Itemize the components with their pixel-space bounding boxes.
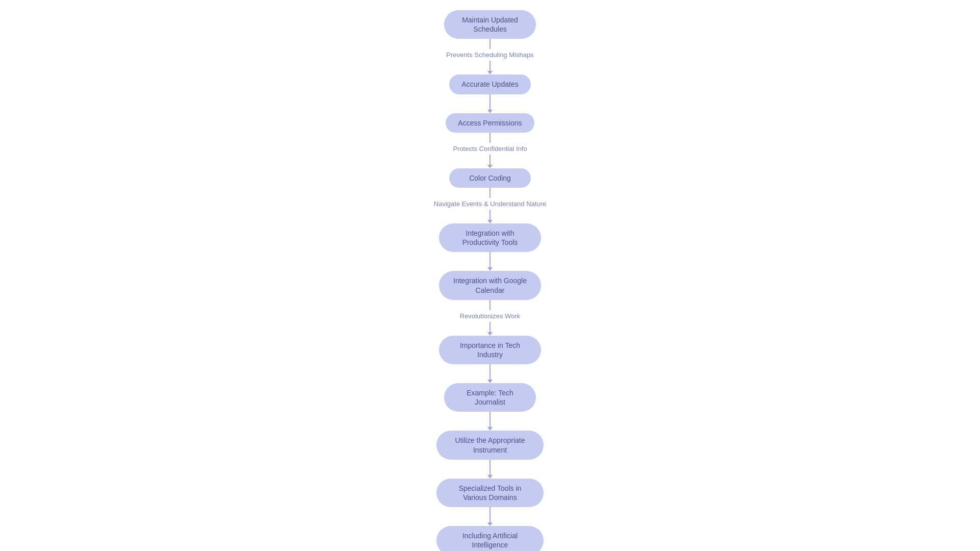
node-integration-google-calendar: Integration with Google Calendar [439, 271, 541, 299]
connector-4: Navigate Events & Understand Nature [434, 188, 546, 223]
connector-line-4 [489, 188, 491, 198]
connector-arrow-4 [487, 220, 493, 223]
connector-8 [487, 412, 493, 431]
connector-line-5 [489, 252, 491, 267]
connector-7 [487, 364, 493, 383]
connector-line-2 [489, 94, 491, 110]
connector-arrow-9 [487, 475, 493, 479]
node-specialized-tools-various-domains: Specialized Tools in Various Domains [436, 479, 544, 507]
node-color-coding: Color Coding [449, 168, 531, 188]
connector-line-8 [489, 412, 491, 427]
connector-arrow-2 [487, 110, 493, 113]
node-example-tech-journalist: Example: Tech Journalist [444, 383, 536, 412]
connector-line-3 [489, 133, 491, 143]
connector-arrow-10 [487, 522, 493, 526]
node-utilize-appropriate-instrument: Utilize the Appropriate Instrument [436, 431, 544, 459]
connector-arrow-1 [487, 71, 493, 74]
connector-line-6b [489, 322, 491, 332]
connector-label-4: Navigate Events & Understand Nature [434, 200, 546, 208]
connector-label-1: Prevents Scheduling Mishaps [446, 51, 533, 59]
connector-3: Protects Confidential Info [453, 133, 527, 168]
connector-label-6: Revolutionizes Work [460, 312, 520, 320]
connector-line-6 [489, 300, 491, 310]
connector-arrow-5 [487, 267, 493, 271]
connector-10 [487, 507, 493, 526]
connector-6: Revolutionizes Work [460, 300, 520, 336]
connector-line-9 [489, 460, 491, 475]
node-including-artificial-intelligence: Including Artificial Intelligence [436, 526, 544, 551]
node-integration-productivity-tools: Integration with Productivity Tools [439, 223, 541, 252]
connector-line-4b [489, 210, 491, 220]
connector-2 [487, 94, 493, 113]
connector-label-3: Protects Confidential Info [453, 145, 527, 153]
node-maintain-updated-schedules: Maintain Updated Schedules [444, 10, 536, 39]
connector-line-3b [489, 155, 491, 165]
connector-arrow-3 [487, 165, 493, 168]
node-access-permissions: Access Permissions [446, 113, 534, 133]
flowchart-container: Maintain Updated Schedules Prevents Sche… [0, 0, 980, 551]
connector-arrow-6 [487, 332, 493, 336]
node-accurate-updates: Accurate Updates [449, 74, 531, 94]
connector-line-7 [489, 364, 491, 380]
connector-arrow-8 [487, 427, 493, 431]
connector-line-10 [489, 507, 491, 522]
connector-line-1b [489, 61, 491, 71]
connector-9 [487, 460, 493, 479]
node-importance-tech-industry: Importance in Tech Industry [439, 336, 541, 364]
connector-line-1 [489, 39, 491, 49]
connector-5 [487, 252, 493, 271]
connector-arrow-7 [487, 380, 493, 383]
connector-1: Prevents Scheduling Mishaps [446, 39, 533, 74]
